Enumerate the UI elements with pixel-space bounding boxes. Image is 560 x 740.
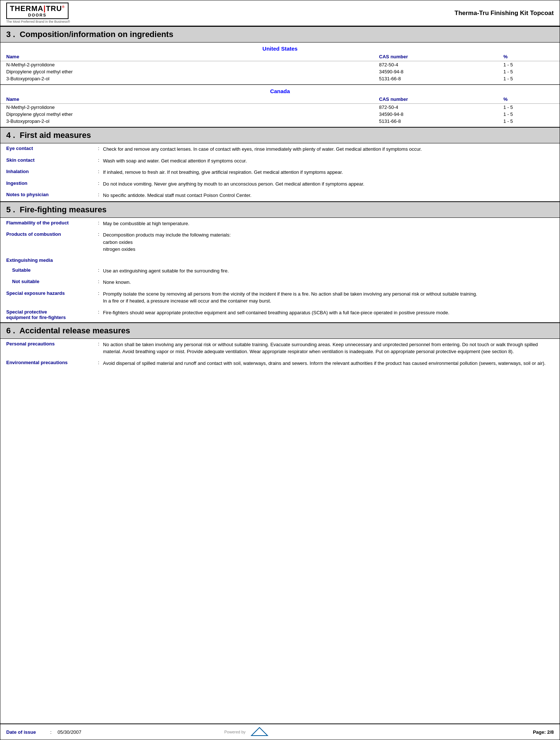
date-of-issue-value: 05/30/2007 [58,729,81,735]
field-colon: : [94,341,103,347]
ca-col-name: Name [0,96,373,104]
section4-title: First aid measures [20,131,91,140]
section4-header: 4 . First aid measures [0,127,560,143]
field-colon: : [94,360,103,365]
logo-area: THERMA|TRU® DOORS The Most Preferred Bra… [6,3,70,23]
percentage: 1 - 5 [497,68,560,75]
field-value: If inhaled, remove to fresh air. If not … [103,169,554,176]
table-row: N-Methyl-2-pyrrolidone872-50-41 - 5 [0,61,560,69]
logo-doors: DOORS [28,13,47,17]
field-colon: : [94,267,103,273]
field-row: Not suitable : None known. [0,276,560,288]
field-label: Suitable [6,267,94,273]
svg-text:ATRION: ATRION [253,736,266,737]
cas-number: 872-50-4 [373,104,497,111]
ca-ingredients: Canada Name CAS number % N-Methyl-2-pyrr… [0,85,560,127]
table-row: 3-Butoxypropan-2-ol5131-66-81 - 5 [0,118,560,127]
field-label: Products of combustion [6,231,94,237]
section5-header: 5 . Fire-fighting measures [0,202,560,218]
ca-col-cas: CAS number [373,96,497,104]
ca-ingredients-table: Name CAS number % N-Methyl-2-pyrrolidone… [0,96,560,127]
page-header: THERMA|TRU® DOORS The Most Preferred Bra… [0,0,560,26]
field-value: Fire-fighters should wear appropriate pr… [103,309,554,316]
ingredient-name: N-Methyl-2-pyrrolidone [0,104,373,111]
document-title: Therma-Tru Finishing Kit Topcoat [454,10,554,17]
us-col-cas: CAS number [373,53,497,61]
us-col-name: Name [0,53,373,61]
section6-body: Personal precautions : No action shall b… [0,339,560,369]
field-colon: : [94,309,103,315]
field-label: Inhalation [6,169,94,174]
logo-box: THERMA|TRU® DOORS [6,3,69,19]
cas-number: 5131-66-8 [373,75,497,84]
cas-number: 34590-94-8 [373,111,497,118]
section3-header: 3 . Composition/information on ingredien… [0,26,560,43]
field-colon: : [94,169,103,174]
percentage: 1 - 5 [497,104,560,111]
field-label: Eye contact [6,146,94,151]
field-value: Check for and remove any contact lenses.… [103,146,554,153]
field-value: May be combustible at high temperature. [103,220,554,227]
field-row: Skin contact : Wash with soap and water.… [0,155,560,167]
powered-by-label: Powered by [224,730,246,734]
field-label: Skin contact [6,157,94,163]
ingredient-name: 3-Butoxypropan-2-ol [0,118,373,127]
section6-number: 6 [6,326,11,335]
section3-number: 3 [6,30,11,39]
ingredient-name: Dipropylene glycol methyl ether [0,68,373,75]
field-label: Personal precautions [6,341,94,347]
field-label: Special exposure hazards [6,290,94,296]
section5-number: 5 [6,205,11,214]
section6-header: 6 . Accidental release measures [0,323,560,339]
section3-title: Composition/information on ingredients [20,30,173,39]
field-colon: : [94,157,103,163]
field-label: Extinguishing media [6,257,94,263]
field-colon: : [94,220,103,226]
ingredient-name: Dipropylene glycol methyl ether [0,111,373,118]
section6-title: Accidental release measures [19,326,130,335]
ca-country-title: Canada [0,85,560,96]
ingredient-name: N-Methyl-2-pyrrolidone [0,61,373,69]
field-row: Environmental precautions : Avoid disper… [0,358,560,369]
field-value: Use an extinguishing agent suitable for … [103,267,554,275]
field-label: Not suitable [6,279,94,284]
us-ingredients-table: Name CAS number % N-Methyl-2-pyrrolidone… [0,53,560,84]
field-value: None known. [103,279,554,286]
ca-col-pct: % [497,96,560,104]
table-row: Dipropylene glycol methyl ether34590-94-… [0,111,560,118]
cas-number: 872-50-4 [373,61,497,69]
field-label: Flammability of the product [6,220,94,226]
field-row: Personal precautions : No action shall b… [0,339,560,358]
percentage: 1 - 5 [497,75,560,84]
table-row: Dipropylene glycol methyl ether34590-94-… [0,68,560,75]
field-row: Inhalation : If inhaled, remove to fresh… [0,166,560,178]
us-country-title: United States [0,43,560,53]
field-value: Decomposition products may include the f… [103,231,554,253]
field-row-parent: Extinguishing media [0,255,560,265]
field-label: Special protective equipment for fire-fi… [6,309,94,320]
field-value: Avoid dispersal of spilled material and … [103,360,554,367]
section4-body: Eye contact : Check for and remove any c… [0,143,560,202]
footer-colon: : [50,729,58,735]
field-colon: : [94,192,103,197]
field-row: Eye contact : Check for and remove any c… [0,143,560,155]
percentage: 1 - 5 [497,118,560,127]
field-value: No specific antidote. Medical staff must… [103,192,554,199]
field-label: Notes to physician [6,192,94,197]
field-row: Products of combustion : Decomposition p… [0,229,560,255]
section5-body: Flammability of the product : May be com… [0,218,560,323]
page-footer: Date of issue : 05/30/2007 Powered by AT… [0,723,560,740]
cas-number: 5131-66-8 [373,118,497,127]
field-row: Suitable : Use an extinguishing agent su… [0,265,560,277]
field-value: Wash with soap and water. Get medical at… [103,157,554,165]
cas-number: 34590-94-8 [373,68,497,75]
field-value: No action shall be taken involving any p… [103,341,554,355]
field-row: Notes to physician : No specific antidot… [0,190,560,201]
percentage: 1 - 5 [497,111,560,118]
field-colon: : [94,231,103,237]
table-row: N-Methyl-2-pyrrolidone872-50-41 - 5 [0,104,560,111]
ingredient-name: 3-Butoxypropan-2-ol [0,75,373,84]
logo-brand: THERMA|TRU® [10,4,65,13]
field-row: Special exposure hazards : Promptly isol… [0,288,560,307]
field-value: Do not induce vomiting. Never give anyth… [103,180,554,188]
